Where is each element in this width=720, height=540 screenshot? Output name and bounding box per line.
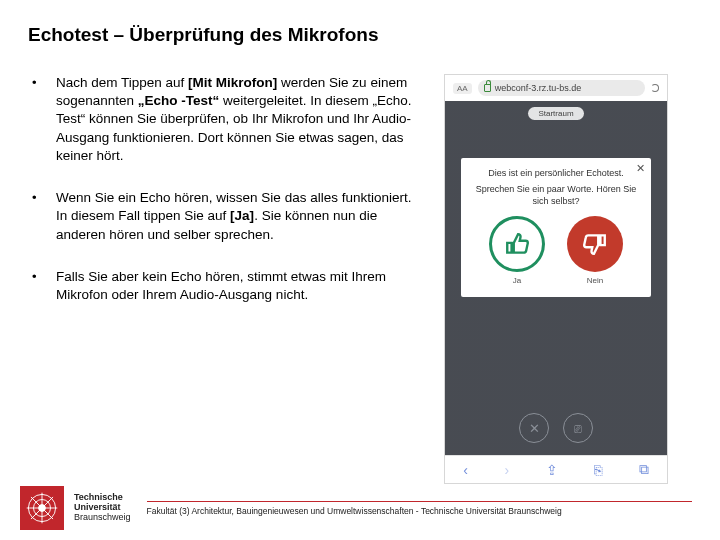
- svg-point-2: [39, 505, 46, 512]
- text-bold: „Echo -Test“: [138, 93, 220, 108]
- thumbs-down-icon: [567, 216, 623, 272]
- browser-address-bar: AA webconf-3.rz.tu-bs.de: [445, 75, 667, 101]
- nav-back-icon[interactable]: ‹: [463, 462, 468, 478]
- university-logo: [20, 486, 64, 530]
- close-icon[interactable]: ✕: [636, 162, 645, 175]
- text-bold: [Mit Mikrofon]: [188, 75, 277, 90]
- modal-text: Sprechen Sie ein paar Worte. Hören Sie: [469, 184, 643, 194]
- page-title: Echotest – Überprüfung des Mikrofons: [28, 24, 692, 46]
- footer-line: Fakultät (3) Architektur, Bauingenieuwes…: [147, 501, 720, 516]
- app-body: Startraum ✕ Dies ist ein persönlicher Ec…: [445, 101, 667, 455]
- yes-choice[interactable]: Ja: [489, 216, 545, 285]
- no-choice[interactable]: Nein: [567, 216, 623, 285]
- bottom-controls: ✕ ⎚: [445, 413, 667, 443]
- content-row: Nach dem Tippen auf [Mit Mikrofon] werde…: [28, 74, 692, 484]
- nav-tabs-icon[interactable]: ⧉: [639, 461, 649, 478]
- screen-button[interactable]: ⎚: [563, 413, 593, 443]
- nav-forward-icon[interactable]: ›: [504, 462, 509, 478]
- reload-icon[interactable]: [651, 84, 659, 92]
- bullet-list: Nach dem Tippen auf [Mit Mikrofon] werde…: [28, 74, 426, 304]
- text: Nach dem Tippen auf: [56, 75, 188, 90]
- footer: Technische Universität Braunschweig Faku…: [0, 486, 720, 530]
- list-item: Falls Sie aber kein Echo hören, stimmt e…: [28, 268, 426, 304]
- no-label: Nein: [587, 276, 603, 285]
- text-size-control[interactable]: AA: [453, 83, 472, 94]
- browser-bottom-nav: ‹ › ⇪ ⎘ ⧉: [445, 455, 667, 483]
- list-item: Nach dem Tippen auf [Mit Mikrofon] werde…: [28, 74, 426, 165]
- choice-row: Ja Nein: [469, 216, 643, 285]
- footer-text: Fakultät (3) Architektur, Bauingenieuwes…: [147, 506, 720, 516]
- modal-text: sich selbst?: [469, 196, 643, 206]
- university-name: Technische Universität Braunschweig: [74, 493, 131, 523]
- nav-share-icon[interactable]: ⇪: [546, 462, 558, 478]
- thumbs-up-icon: [489, 216, 545, 272]
- list-item: Wenn Sie ein Echo hören, wissen Sie das …: [28, 189, 426, 244]
- yes-label: Ja: [513, 276, 521, 285]
- modal-title: Dies ist ein persönlicher Echotest.: [469, 168, 643, 178]
- nav-bookmarks-icon[interactable]: ⎘: [594, 462, 602, 478]
- echo-test-modal: ✕ Dies ist ein persönlicher Echotest. Sp…: [461, 158, 651, 297]
- text: Falls Sie aber kein Echo hören, stimmt e…: [56, 269, 386, 302]
- mute-button[interactable]: ✕: [519, 413, 549, 443]
- url-text: webconf-3.rz.tu-bs.de: [495, 83, 582, 93]
- room-chip: Startraum: [528, 107, 583, 120]
- text-column: Nach dem Tippen auf [Mit Mikrofon] werde…: [28, 74, 426, 484]
- lock-icon: [484, 84, 491, 92]
- text-bold: [Ja]: [230, 208, 254, 223]
- url-field[interactable]: webconf-3.rz.tu-bs.de: [478, 80, 645, 96]
- phone-mockup: AA webconf-3.rz.tu-bs.de Startraum ✕ Die…: [444, 74, 668, 484]
